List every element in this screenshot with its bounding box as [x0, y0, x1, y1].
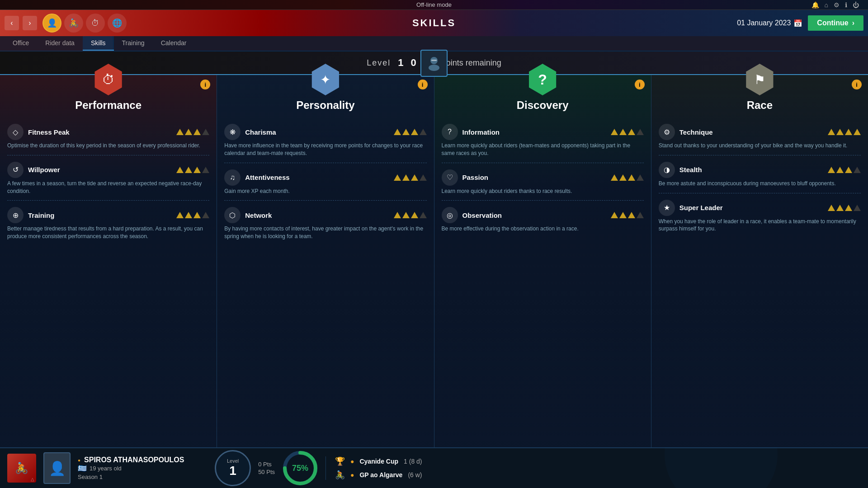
divider-2 [7, 200, 209, 201]
triangle-4 [420, 174, 427, 181]
level-label: Level [367, 58, 391, 68]
nav-rider-icon[interactable]: 👤 [42, 14, 61, 33]
race-info-button[interactable]: i [852, 80, 862, 89]
willpower-name: Willpower [28, 166, 170, 174]
triangle-4 [637, 212, 644, 218]
observation-icon: ◎ [442, 207, 458, 223]
calendar-icon[interactable]: 📅 [793, 19, 802, 28]
network-bar-container [392, 212, 427, 218]
rider-name: ● SPIROS ATHANASOPOULOS [78, 456, 208, 464]
triangle-1 [828, 129, 835, 135]
personality-header: ✦ i Personality [217, 75, 434, 120]
performance-icon: ⏱ [102, 72, 115, 87]
attentiveness-triangles [394, 174, 427, 181]
offline-mode-label: Off-line mode [416, 1, 452, 8]
skill-willpower: ↺ Willpower A few times in a season, tur… [0, 158, 217, 198]
stealth-desc: Be more astute and inconspicuous during … [659, 180, 861, 188]
race-days-2: (6 w) [408, 471, 422, 479]
bell-icon[interactable]: 🔔 [811, 1, 819, 9]
rider-status-dot: ● [78, 458, 80, 463]
training-icon: ⊕ [7, 207, 24, 223]
triangle-3 [845, 129, 852, 135]
divider-3 [224, 163, 426, 163]
triangle-4 [854, 167, 861, 173]
skill-super-leader: ★ Super Leader When you have the role of… [651, 196, 868, 236]
triangle-4 [202, 129, 209, 135]
information-icon: ? [442, 124, 458, 140]
tab-bar: Office Rider data Skills Training Calend… [0, 36, 868, 52]
continue-arrow-icon: › [852, 19, 854, 27]
rider-age-text: 19 years old [90, 465, 122, 472]
nav-clock-icon[interactable]: ⏱ [86, 14, 105, 33]
rider-age: 🇬🇷 19 years old [78, 464, 208, 473]
level-circle-number: 1 [229, 464, 236, 478]
top-bar: Off-line mode 🔔 ⌂ ⚙ ℹ ⏻ [0, 0, 868, 10]
triangle-1 [394, 174, 401, 181]
race-title: Race [747, 99, 773, 112]
triangle-4 [854, 129, 861, 135]
technique-triangles [828, 129, 861, 135]
rider-info: ● SPIROS ATHANASOPOULOS 🇬🇷 19 years old … [78, 456, 208, 480]
svg-rect-2 [431, 60, 437, 61]
discovery-title: Discovery [517, 99, 569, 112]
triangle-3 [628, 174, 635, 181]
nav-back-button[interactable]: ‹ [5, 16, 19, 30]
willpower-icon: ↺ [7, 162, 24, 178]
rider-flag-icon: 🇬🇷 [78, 464, 87, 473]
nav-team-icon[interactable]: 🚴 [64, 14, 83, 33]
discovery-icon: ? [538, 71, 547, 88]
triangle-2 [619, 129, 627, 135]
triangle-3 [411, 212, 418, 218]
divider-6 [442, 200, 644, 201]
skill-training: ⊕ Training Better manage tiredness that … [0, 203, 217, 243]
tab-calendar[interactable]: Calendar [153, 36, 195, 51]
triangle-3 [411, 129, 418, 135]
svg-point-1 [429, 65, 439, 71]
home-icon[interactable]: ⌂ [825, 1, 828, 9]
triangle-4 [637, 174, 644, 181]
passion-bar-container [609, 174, 644, 181]
triangle-3 [845, 167, 852, 173]
bottom-right: 🏆 ● Cyanide Cup 1 (8 d) 🚴 ● GP ao Algarv… [326, 456, 868, 480]
progress-pct-label: 75% [292, 464, 308, 473]
bottom-bar: 🚴 👤 ● SPIROS ATHANASOPOULOS 🇬🇷 19 years … [0, 447, 868, 488]
triangle-1 [611, 129, 618, 135]
rider-shirt: 🚴 [7, 454, 36, 483]
tab-office[interactable]: Office [5, 36, 37, 51]
discovery-info-button[interactable]: i [635, 80, 645, 89]
nav-globe-icon[interactable]: 🌐 [108, 14, 127, 33]
personality-title: Personality [296, 99, 354, 112]
passion-icon: ♡ [442, 169, 458, 186]
page-title: SKILLS [412, 17, 456, 29]
technique-name: Technique [679, 128, 821, 136]
nav-forward-button[interactable]: › [23, 16, 37, 30]
triangle-2 [185, 167, 192, 173]
column-performance: ⏱ i Performance ◇ Fitness Peak [0, 75, 217, 447]
skill-fitness-peak: ◇ Fitness Peak Optimise the duration of … [0, 120, 217, 152]
training-name: Training [28, 211, 170, 219]
attentiveness-bar-container [392, 174, 427, 181]
gear-icon[interactable]: ⚙ [834, 1, 840, 9]
continue-button[interactable]: Continue › [808, 15, 863, 31]
tab-skills[interactable]: Skills [83, 36, 114, 51]
column-personality: ✦ i Personality ❋ Charisma [217, 75, 434, 447]
skill-observation: ◎ Observation Be more effective during t… [434, 203, 651, 235]
fitness-peak-triangles [176, 129, 209, 135]
performance-info-button[interactable]: i [200, 80, 210, 89]
race-name-1: Cyanide Cup [359, 458, 398, 465]
triangle-2 [619, 174, 627, 181]
tab-training[interactable]: Training [114, 36, 153, 51]
nav-date: 01 January 2023 📅 [737, 19, 802, 28]
power-icon[interactable]: ⏻ [853, 1, 859, 9]
race-dot-1: ● [350, 458, 354, 465]
cycling-icon: 🚴 [335, 470, 345, 480]
info-icon[interactable]: ℹ [845, 1, 847, 9]
personality-info-button[interactable]: i [418, 80, 428, 89]
tab-rider-data[interactable]: Rider data [37, 36, 83, 51]
divider-5 [442, 163, 644, 163]
progress-circle: 75% [282, 450, 318, 486]
attentiveness-icon: ♫ [224, 169, 241, 186]
triangle-4 [202, 167, 209, 173]
pts-info: 0 Pts 50 Pts [258, 461, 275, 475]
divider-4 [224, 200, 426, 201]
